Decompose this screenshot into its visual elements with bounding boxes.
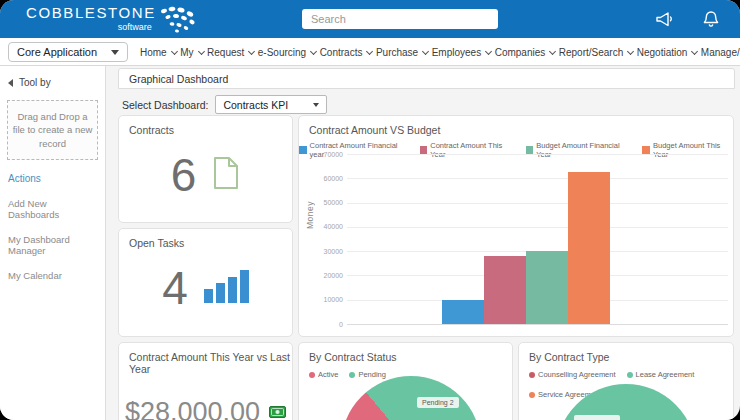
open-tasks-card-title: Open Tasks (119, 229, 292, 249)
nav-item-home[interactable]: Home (140, 47, 177, 58)
nav-item-negotiation[interactable]: Negotiation (637, 47, 698, 58)
amount-vs-budget-card: Contract Amount VS Budget Contract Amoun… (298, 115, 734, 337)
this-vs-last-year-card: Contract Amount This Year vs Last Year $… (118, 342, 293, 420)
contract-amount-value: $28,000.00 (125, 397, 260, 420)
logo-dots-icon (160, 5, 212, 39)
y-tick: 60000 (299, 175, 343, 182)
legend-item: Counselling Agreement (529, 370, 616, 379)
contracts-card: Contracts 6 (118, 115, 293, 223)
money-icon (269, 404, 286, 420)
y-tick: 30000 (299, 248, 343, 255)
caret-down-icon (313, 103, 319, 107)
sidebar-toggle-label: Tool by (19, 77, 51, 88)
open-tasks-card: Open Tasks 4 (118, 228, 293, 337)
status-pie-label: Pending 2 (417, 397, 459, 408)
topbar: COBBLESTONE software (0, 0, 740, 38)
sidebar-link-add-new-dashboards[interactable]: Add New Dashboards (8, 198, 97, 220)
chevron-down-icon (485, 47, 492, 54)
chevron-down-icon (248, 47, 255, 54)
dashboard-select-row: Select Dashboard: Contracts KPI (122, 95, 327, 114)
bar-chart-icon (204, 270, 249, 307)
y-tick: 20000 (299, 272, 343, 279)
actions-heading: Actions (8, 173, 97, 184)
bar-chart-plot (347, 154, 728, 324)
dashboard-select-value: Contracts KPI (223, 99, 288, 111)
nav-item-contracts[interactable]: Contracts (320, 47, 373, 58)
legend-item: Lease Agreement (627, 370, 695, 379)
nav-item-companies[interactable]: Companies (495, 47, 556, 58)
by-contract-status-card: By Contract Status ActivePending Pending… (298, 342, 513, 420)
chevron-down-icon (310, 47, 317, 54)
y-tick: 0 (299, 321, 343, 328)
y-tick: 70000 (299, 151, 343, 158)
sidebar-collapse-toggle[interactable]: Tool by (8, 77, 97, 88)
contracts-count: 6 (171, 148, 197, 202)
file-dropzone[interactable]: Drag and Drop a file to create a new rec… (7, 100, 98, 160)
bar-2 (484, 256, 526, 324)
nav-item-report-search[interactable]: Report/Search (559, 47, 633, 58)
bell-icon[interactable] (700, 8, 722, 30)
chevron-down-icon (627, 47, 634, 54)
y-tick: 10000 (299, 296, 343, 303)
nav-item-my[interactable]: My (180, 47, 203, 58)
by-contract-type-card: By Contract Type Counselling AgreementLe… (518, 342, 734, 420)
logo-subtext: software (26, 22, 156, 32)
dashboard-select-label: Select Dashboard: (122, 99, 208, 111)
by-contract-status-title: By Contract Status (299, 343, 512, 363)
sidebar: Tool by Drag and Drop a file to create a… (0, 66, 106, 420)
nav-items: HomeMyRequeste-SourcingContractsPurchase… (140, 38, 740, 66)
chevron-down-icon (422, 47, 429, 54)
sidebar-links: Add New DashboardsMy Dashboard ManagerMy… (0, 198, 105, 281)
dashboard-select[interactable]: Contracts KPI (215, 95, 327, 114)
this-vs-last-year-title: Contract Amount This Year vs Last Year (119, 343, 292, 375)
chevron-down-icon (691, 47, 698, 54)
legend-item: Pending (349, 370, 386, 379)
chevron-down-icon (366, 47, 373, 54)
amount-vs-budget-title: Contract Amount VS Budget (299, 116, 733, 136)
nav-item-purchase[interactable]: Purchase (376, 47, 428, 58)
nav-item-e-sourcing[interactable]: e-Sourcing (258, 47, 316, 58)
contracts-card-title: Contracts (119, 116, 292, 136)
app-window: COBBLESTONE software (0, 0, 740, 420)
by-contract-type-title: By Contract Type (519, 343, 733, 363)
logo-text: COBBLESTONE (26, 5, 156, 22)
app-module-select[interactable]: Core Application (8, 42, 128, 62)
nav-item-request[interactable]: Request (207, 47, 254, 58)
app-module-value: Core Application (17, 46, 97, 58)
chevron-down-icon (549, 47, 556, 54)
bar-3 (526, 251, 568, 324)
chevron-down-icon (197, 47, 204, 54)
sidebar-link-my-dashboard-manager[interactable]: My Dashboard Manager (8, 234, 97, 256)
y-tick: 50000 (299, 199, 343, 206)
cobblestone-logo: COBBLESTONE software (26, 5, 212, 39)
chevron-down-icon (171, 47, 178, 54)
search-input[interactable] (302, 9, 498, 29)
page-title: Graphical Dashboard (118, 68, 735, 89)
collapse-left-icon (8, 79, 13, 87)
document-icon (212, 156, 240, 194)
sidebar-link-my-calendar[interactable]: My Calendar (8, 270, 97, 281)
main-navbar: Core Application HomeMyRequeste-Sourcing… (0, 38, 740, 66)
type-pie-label (574, 415, 620, 420)
nav-item-manage-setup[interactable]: Manage/Setup (701, 47, 740, 58)
megaphone-icon[interactable] (653, 8, 675, 30)
status-pie-chart (341, 376, 481, 420)
caret-down-icon (111, 50, 119, 55)
open-tasks-count: 4 (162, 261, 188, 315)
y-tick: 40000 (299, 223, 343, 230)
bar-4 (568, 172, 610, 324)
legend-item: Active (309, 370, 338, 379)
bar-1 (442, 300, 484, 324)
nav-item-employees[interactable]: Employees (432, 47, 491, 58)
